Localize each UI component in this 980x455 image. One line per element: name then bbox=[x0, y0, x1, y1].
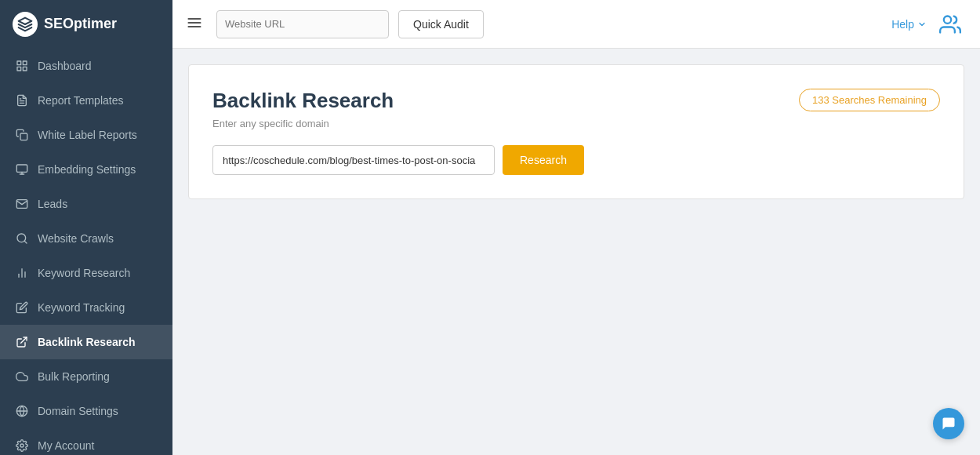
sidebar-label-embedding-settings: Embedding Settings bbox=[38, 163, 136, 176]
svg-rect-4 bbox=[17, 61, 21, 65]
panel-right: 133 Searches Remaining bbox=[799, 89, 940, 111]
svg-rect-11 bbox=[16, 165, 27, 172]
gray-area bbox=[172, 215, 980, 455]
copy-icon bbox=[16, 129, 28, 141]
logo-icon bbox=[13, 12, 38, 37]
website-url-input[interactable] bbox=[216, 10, 389, 38]
sidebar-item-website-crawls[interactable]: Website Crawls bbox=[0, 221, 172, 256]
sidebar-label-backlink-research: Backlink Research bbox=[38, 336, 136, 348]
hamburger-button[interactable] bbox=[182, 10, 207, 38]
logo-area: SEOptimer bbox=[0, 0, 172, 49]
svg-line-19 bbox=[21, 337, 27, 343]
research-button[interactable]: Research bbox=[503, 145, 584, 175]
sidebar-label-domain-settings: Domain Settings bbox=[38, 405, 118, 417]
sidebar-item-dashboard[interactable]: Dashboard bbox=[0, 49, 172, 83]
searches-remaining-badge: 133 Searches Remaining bbox=[799, 89, 940, 111]
main-layout: Dashboard Report Templates White Label R… bbox=[0, 49, 980, 455]
sidebar-label-my-account: My Account bbox=[38, 439, 94, 452]
sidebar-item-my-account[interactable]: My Account bbox=[0, 428, 172, 455]
sidebar-item-white-label-reports[interactable]: White Label Reports bbox=[0, 118, 172, 152]
sidebar: Dashboard Report Templates White Label R… bbox=[0, 49, 172, 455]
top-header: SEOptimer Quick Audit Help bbox=[0, 0, 980, 49]
grid-icon bbox=[16, 60, 28, 72]
sidebar-label-white-label-reports: White Label Reports bbox=[38, 129, 137, 141]
svg-point-22 bbox=[20, 444, 24, 447]
chat-bubble-button[interactable] bbox=[933, 408, 964, 439]
sidebar-item-backlink-research[interactable]: Backlink Research bbox=[0, 325, 172, 359]
sidebar-item-report-templates[interactable]: Report Templates bbox=[0, 83, 172, 118]
sidebar-label-dashboard: Dashboard bbox=[38, 60, 92, 72]
svg-point-3 bbox=[944, 16, 951, 23]
external-link-icon bbox=[16, 336, 28, 348]
page-title: Backlink Research bbox=[212, 89, 584, 113]
cloud-icon bbox=[16, 370, 28, 383]
chat-icon bbox=[941, 416, 956, 431]
sidebar-item-bulk-reporting[interactable]: Bulk Reporting bbox=[0, 359, 172, 394]
sidebar-item-keyword-tracking[interactable]: Keyword Tracking bbox=[0, 290, 172, 325]
sidebar-label-report-templates: Report Templates bbox=[38, 94, 123, 107]
svg-rect-10 bbox=[20, 133, 27, 140]
sidebar-item-domain-settings[interactable]: Domain Settings bbox=[0, 394, 172, 428]
sidebar-label-leads: Leads bbox=[38, 198, 67, 210]
content-area: Backlink Research Enter any specific dom… bbox=[172, 49, 980, 455]
sidebar-item-keyword-research[interactable]: Keyword Research bbox=[0, 256, 172, 290]
monitor-icon bbox=[16, 163, 28, 176]
sidebar-label-website-crawls: Website Crawls bbox=[38, 232, 114, 245]
bar-chart-icon bbox=[16, 267, 28, 279]
svg-line-15 bbox=[24, 241, 27, 243]
sidebar-item-embedding-settings[interactable]: Embedding Settings bbox=[0, 152, 172, 187]
sidebar-label-keyword-research: Keyword Research bbox=[38, 267, 130, 279]
content-panel: Backlink Research Enter any specific dom… bbox=[188, 64, 964, 199]
svg-rect-5 bbox=[23, 61, 27, 65]
settings-icon bbox=[16, 439, 28, 452]
quick-audit-button[interactable]: Quick Audit bbox=[398, 10, 484, 38]
edit-icon bbox=[16, 301, 28, 314]
sidebar-item-leads[interactable]: Leads bbox=[0, 187, 172, 221]
logo-text: SEOptimer bbox=[44, 16, 117, 32]
panel-inner: Backlink Research Enter any specific dom… bbox=[212, 89, 940, 175]
panel-subtitle: Enter any specific domain bbox=[212, 118, 584, 129]
user-icon[interactable] bbox=[936, 10, 964, 38]
search-row: Research bbox=[212, 145, 584, 175]
globe-icon bbox=[16, 405, 28, 417]
sidebar-label-keyword-tracking: Keyword Tracking bbox=[38, 301, 125, 314]
help-button[interactable]: Help bbox=[891, 18, 927, 31]
file-text-icon bbox=[16, 94, 28, 107]
panel-left: Backlink Research Enter any specific dom… bbox=[212, 89, 584, 175]
svg-rect-6 bbox=[17, 67, 21, 71]
svg-rect-7 bbox=[23, 67, 27, 71]
search-icon bbox=[16, 232, 28, 245]
sidebar-label-bulk-reporting: Bulk Reporting bbox=[38, 370, 110, 383]
domain-input[interactable] bbox=[212, 145, 495, 175]
mail-icon bbox=[16, 198, 28, 210]
